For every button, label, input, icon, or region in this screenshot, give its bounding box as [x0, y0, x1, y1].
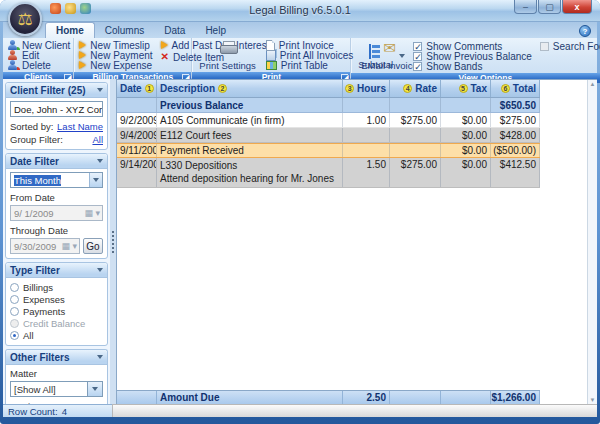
- from-date-label: From Date: [10, 192, 103, 203]
- table-row-selected[interactable]: 9/11/2009 Payment Received $0.00 ($500.0…: [117, 143, 540, 158]
- scroll-down-icon[interactable]: ▼: [590, 397, 596, 403]
- show-comments-checkbox[interactable]: ✓ Show Comments: [413, 41, 532, 51]
- sorted-by-link[interactable]: Last Name: [57, 121, 103, 132]
- through-date-field[interactable]: 9/30/2009 ▦ ▾: [10, 238, 80, 254]
- chevron-down-icon: [97, 268, 103, 272]
- calendar-icon[interactable]: ▦ ▾: [84, 208, 100, 218]
- checkbox-checked-icon: ✓: [413, 42, 422, 51]
- column-badge: 4: [403, 84, 412, 93]
- print-table-button[interactable]: Print Table: [266, 60, 353, 70]
- main-area: Client Filter (25) Doe, John - XYZ Corpo…: [3, 79, 597, 404]
- window-title: Legal Billing v6.5.0.1: [0, 4, 600, 16]
- ribbon-group-clients: New Client Edit Delete Clients ◢: [3, 38, 74, 78]
- previous-balance-row[interactable]: Previous Balance $650.50: [117, 98, 540, 113]
- sorted-by-label: Sorted by:: [10, 121, 53, 132]
- status-bar: Row Count: 4: [3, 404, 597, 417]
- date-preset-select[interactable]: This Month: [10, 172, 103, 188]
- type-filter-header[interactable]: Type Filter: [6, 263, 107, 278]
- radio-billings[interactable]: Billings: [10, 281, 103, 293]
- checkbox-checked-icon: ✓: [413, 52, 422, 61]
- group-filter-label: Group Filter:: [10, 134, 63, 145]
- radio-payments[interactable]: Payments: [10, 305, 103, 317]
- print-invoice-button[interactable]: Print Invoice: [266, 40, 353, 50]
- checkbox-checked-icon: ✓: [413, 62, 422, 71]
- go-button[interactable]: Go: [83, 238, 103, 254]
- column-badge: 1: [145, 84, 154, 93]
- new-timeslip-button[interactable]: New Timeslip: [79, 40, 152, 50]
- scales-of-justice-icon: ⚖: [17, 11, 32, 28]
- close-button[interactable]: x: [562, 0, 592, 14]
- tab-help[interactable]: Help: [195, 23, 236, 38]
- app-window: Legal Billing v6.5.0.1 – ▢ x ⚖ Home Colu…: [0, 0, 600, 424]
- subtotal-dropdown-icon[interactable]: [399, 54, 405, 58]
- date-filter-panel: Date Filter This Month From Date 9/ 1/20…: [5, 153, 108, 259]
- row-count-panel: Row Count: 4: [3, 404, 112, 417]
- delete-client-button[interactable]: Delete: [8, 60, 70, 70]
- minimize-button[interactable]: –: [514, 0, 537, 14]
- delete-item-icon: ✕: [161, 52, 169, 62]
- title-bar: Legal Billing v6.5.0.1 – ▢ x: [0, 0, 600, 22]
- new-client-button[interactable]: New Client: [8, 40, 70, 50]
- help-icon[interactable]: ?: [579, 25, 591, 37]
- search-footer-checkbox[interactable]: Search Footer: [540, 41, 600, 51]
- column-header-total[interactable]: 6Total: [491, 80, 540, 97]
- client-filter-header[interactable]: Client Filter (25): [6, 83, 107, 98]
- ribbon-group-print: Print Settings Print Invoice Print All I…: [192, 38, 351, 78]
- client-select[interactable]: Doe, John - XYZ Corporation: [10, 101, 103, 117]
- print-all-invoices-icon: [266, 50, 276, 61]
- edit-client-button[interactable]: Edit: [8, 50, 70, 60]
- maximize-button[interactable]: ▢: [538, 0, 561, 14]
- horizontal-scrollbar[interactable]: [112, 404, 597, 417]
- printer-icon: [220, 41, 236, 54]
- group-filter-link[interactable]: All: [92, 134, 103, 145]
- table-row[interactable]: 9/4/2009 E112 Court fees $0.00 $428.00: [117, 128, 540, 143]
- show-previous-balance-checkbox[interactable]: ✓ Show Previous Balance: [413, 51, 532, 61]
- new-timeslip-icon: [79, 41, 86, 49]
- other-filters-panel: Other Filters Matter [Show All] Invoice …: [5, 349, 108, 404]
- date-filter-header[interactable]: Date Filter: [6, 154, 107, 169]
- column-header-description[interactable]: Description2: [157, 80, 343, 97]
- radio-expenses[interactable]: Expenses: [10, 293, 103, 305]
- new-payment-button[interactable]: New Payment: [79, 50, 152, 60]
- calendar-icon[interactable]: ▦ ▾: [61, 241, 77, 251]
- tab-data[interactable]: Data: [154, 23, 195, 38]
- client-filter-panel: Client Filter (25) Doe, John - XYZ Corpo…: [5, 82, 108, 150]
- chevron-down-icon: [97, 159, 103, 163]
- ribbon-tab-row: Home Columns Data Help ?: [3, 22, 597, 38]
- radio-all[interactable]: All: [10, 329, 103, 341]
- edit-client-icon: [8, 50, 18, 60]
- column-header-hours[interactable]: 3Hours: [343, 80, 390, 97]
- date-preset-arrow-icon[interactable]: [89, 173, 102, 187]
- radio-icon: [10, 283, 19, 292]
- table-row[interactable]: 9/2/2009 A105 Communicate (in firm) 1.00…: [117, 113, 540, 128]
- print-settings-button[interactable]: Print Settings: [195, 39, 260, 72]
- matter-select-arrow-icon[interactable]: [88, 381, 103, 397]
- radio-icon: [10, 295, 19, 304]
- ribbon: New Client Edit Delete Clients ◢: [3, 38, 597, 79]
- column-header-tax[interactable]: 5Tax: [441, 80, 491, 97]
- vertical-scrollbar[interactable]: ▲ ▼: [587, 80, 597, 404]
- other-filters-header[interactable]: Other Filters: [6, 350, 107, 365]
- checkbox-unchecked-icon: [540, 42, 549, 51]
- subtotal-button[interactable]: Subtotal: [354, 42, 397, 71]
- tab-home[interactable]: Home: [45, 22, 95, 38]
- matter-select[interactable]: [Show All]: [10, 381, 103, 397]
- print-all-invoices-button[interactable]: Print All Invoices: [266, 50, 353, 60]
- column-badge: 3: [345, 84, 354, 93]
- column-header-rate[interactable]: 4Rate: [390, 80, 441, 97]
- from-date-field[interactable]: 9/ 1/2009 ▦ ▾: [10, 205, 103, 221]
- app-menu-button[interactable]: ⚖: [8, 2, 42, 36]
- tab-columns[interactable]: Columns: [95, 23, 154, 38]
- ribbon-group-view-options: Subtotal ✓ Show Comments ✓ Show Previous…: [351, 38, 600, 78]
- column-badge: 6: [501, 84, 510, 93]
- filter-sidebar: Client Filter (25) Doe, John - XYZ Corpo…: [3, 79, 110, 404]
- scroll-up-icon[interactable]: ▲: [590, 81, 596, 87]
- new-expense-button[interactable]: New Expense: [79, 60, 152, 70]
- print-table-icon: [266, 61, 277, 70]
- add-past-due-interest-icon: [161, 41, 168, 49]
- show-bands-checkbox[interactable]: ✓ Show Bands: [413, 61, 532, 71]
- column-header-date[interactable]: Date1: [117, 80, 157, 97]
- table-row[interactable]: 9/14/2009 L330 DepositionsAttend deposit…: [117, 158, 540, 188]
- radio-selected-icon: [10, 331, 19, 340]
- column-badge: 5: [459, 84, 468, 93]
